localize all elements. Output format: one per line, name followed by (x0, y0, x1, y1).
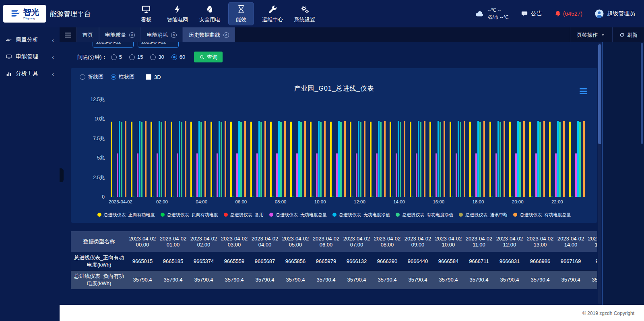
bar[interactable] (153, 197, 154, 197)
bar[interactable] (145, 121, 147, 197)
legend-item[interactable]: 总进线仪表_备用 (224, 211, 264, 218)
tab-power-consumption[interactable]: 电能消耗× (141, 27, 183, 42)
bar[interactable] (284, 121, 286, 197)
bar[interactable] (352, 197, 353, 197)
legend-item[interactable]: 总进线仪表_通讯中断 (459, 211, 508, 218)
sidebar-collapse-handle[interactable] (60, 168, 64, 182)
bar[interactable] (256, 153, 258, 197)
bar[interactable] (569, 122, 571, 197)
bar[interactable] (276, 153, 278, 197)
bar[interactable] (119, 121, 120, 197)
bar[interactable] (190, 122, 192, 197)
bar[interactable] (431, 197, 433, 197)
bar[interactable] (125, 121, 126, 197)
bar[interactable] (390, 122, 391, 197)
bar[interactable] (200, 122, 202, 197)
bar[interactable] (177, 153, 178, 197)
bar[interactable] (139, 121, 140, 197)
bar[interactable] (244, 121, 246, 197)
interval-option-2[interactable]: 30 (150, 54, 164, 60)
bar[interactable] (555, 153, 557, 197)
outer-scrollbar-thumb[interactable] (641, 43, 643, 144)
bar[interactable] (477, 121, 479, 197)
bar[interactable] (579, 122, 581, 197)
bar[interactable] (575, 153, 577, 197)
bar[interactable] (159, 121, 160, 197)
bar[interactable] (571, 197, 573, 197)
bar[interactable] (577, 121, 579, 197)
bar[interactable] (384, 121, 386, 197)
bar[interactable] (410, 122, 411, 197)
bar[interactable] (504, 121, 505, 197)
end-date-input[interactable]: 2023-04-02 (138, 42, 179, 48)
bar[interactable] (171, 122, 172, 197)
bar[interactable] (500, 122, 501, 197)
interval-option-1[interactable]: 15 (129, 54, 143, 60)
bar[interactable] (300, 122, 302, 197)
bar[interactable] (304, 121, 306, 197)
interval-option-0[interactable]: 5 (111, 54, 122, 60)
bar[interactable] (225, 121, 226, 197)
bar[interactable] (272, 197, 274, 197)
bar[interactable] (185, 121, 186, 197)
bar[interactable] (517, 121, 519, 197)
tab-actions-dropdown[interactable]: 页签操作 (570, 27, 612, 42)
bar[interactable] (376, 153, 378, 197)
bar[interactable] (483, 121, 485, 197)
bar[interactable] (559, 122, 561, 197)
bar[interactable] (563, 121, 565, 197)
bar[interactable] (133, 197, 134, 197)
bar[interactable] (429, 122, 431, 197)
bar[interactable] (519, 122, 521, 197)
bar[interactable] (204, 121, 206, 197)
bar[interactable] (141, 122, 142, 197)
bar[interactable] (537, 121, 539, 197)
bar[interactable] (491, 197, 493, 197)
bar[interactable] (298, 121, 300, 197)
bar[interactable] (230, 122, 232, 197)
bar[interactable] (338, 121, 340, 197)
bar[interactable] (489, 122, 491, 197)
bar[interactable] (396, 153, 397, 197)
bar[interactable] (416, 153, 417, 197)
bar[interactable] (456, 153, 457, 197)
logo[interactable]: 智光 Zhiguang (3, 5, 46, 23)
bar[interactable] (157, 153, 158, 197)
bar[interactable] (318, 121, 320, 197)
sidebar-item-demand-analysis[interactable]: 需量分析‹ (0, 31, 60, 48)
bar[interactable] (179, 121, 180, 197)
bar[interactable] (260, 122, 262, 197)
bar[interactable] (475, 153, 477, 197)
bar[interactable] (336, 153, 338, 197)
bar[interactable] (117, 153, 118, 197)
legend-item[interactable]: 总进线仪表_无功电度净值 (332, 211, 390, 218)
bar[interactable] (344, 121, 346, 197)
bar[interactable] (464, 121, 465, 197)
bar[interactable] (211, 122, 212, 197)
bar[interactable] (370, 122, 372, 197)
tab-close-icon[interactable]: × (171, 32, 177, 38)
bar[interactable] (332, 197, 334, 197)
nav-item-ops-center[interactable]: 运维中心 (259, 2, 286, 25)
bar[interactable] (412, 197, 413, 197)
bar[interactable] (469, 122, 471, 197)
legend-item[interactable]: 总进线仪表_有功电度总量 (513, 211, 571, 218)
bar[interactable] (444, 121, 445, 197)
bar[interactable] (400, 122, 401, 197)
bar[interactable] (551, 197, 553, 197)
bar[interactable] (523, 121, 525, 197)
bar[interactable] (213, 197, 214, 197)
bar[interactable] (509, 122, 511, 197)
nav-item-dashboard[interactable]: 看板 (133, 2, 159, 25)
bar[interactable] (360, 122, 361, 197)
bar[interactable] (219, 121, 220, 197)
bar[interactable] (161, 122, 162, 197)
bar[interactable] (497, 121, 499, 197)
bar[interactable] (531, 197, 533, 197)
bar[interactable] (450, 122, 451, 197)
bar[interactable] (310, 122, 312, 197)
bar[interactable] (392, 197, 393, 197)
bar[interactable] (151, 122, 152, 197)
bar[interactable] (312, 197, 314, 197)
query-button[interactable]: 查询 (194, 52, 223, 62)
